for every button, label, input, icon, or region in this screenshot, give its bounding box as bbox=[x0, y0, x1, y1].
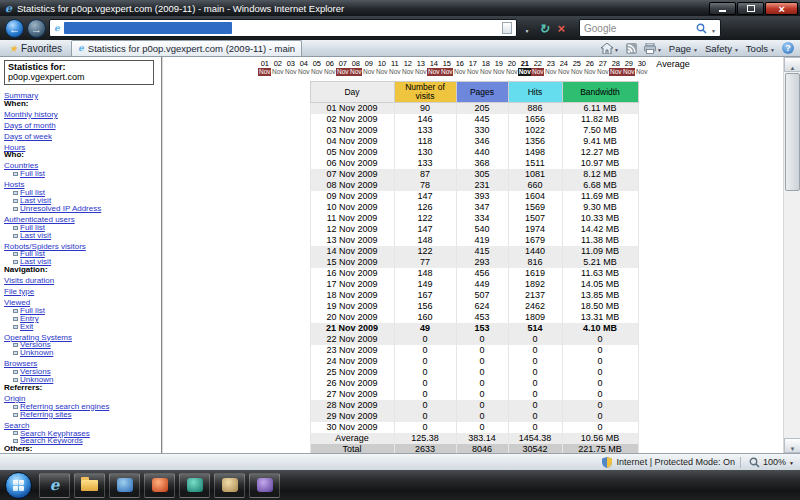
list-bullet-icon bbox=[13, 325, 18, 329]
cell-hits: 1604 bbox=[508, 191, 562, 202]
compatibility-view-icon[interactable] bbox=[502, 22, 512, 34]
sidebar-link[interactable]: Unknown bbox=[4, 349, 159, 357]
home-button[interactable] bbox=[601, 43, 619, 54]
sidebar-link[interactable]: Last visit bbox=[4, 232, 159, 240]
cell-pages: 330 bbox=[456, 125, 508, 136]
taskbar-app-button-2[interactable] bbox=[144, 473, 175, 498]
cell-hits: 1511 bbox=[508, 158, 562, 169]
cell-visits: 77 bbox=[394, 257, 456, 268]
taskbar-ie-button[interactable] bbox=[39, 473, 70, 498]
average-row: Average125.38383.141454.3810.56 MB bbox=[310, 433, 638, 444]
command-bar: Page Safety Tools bbox=[601, 42, 796, 54]
calendar-day: 05Nov bbox=[310, 60, 323, 76]
cell-day: 18 Nov 2009 bbox=[310, 290, 394, 301]
calendar-day: 01Nov bbox=[258, 60, 271, 76]
close-button[interactable] bbox=[765, 2, 798, 15]
list-bullet-icon bbox=[13, 343, 18, 347]
stats-for-label: Statistics for: bbox=[8, 62, 150, 72]
taskbar-app-button-1[interactable] bbox=[109, 473, 140, 498]
sidebar-section-header: Navigation: bbox=[4, 266, 159, 274]
taskbar-app-button-3[interactable] bbox=[179, 473, 210, 498]
cell-bandwidth: 0 bbox=[562, 356, 638, 367]
address-bar[interactable] bbox=[49, 19, 517, 37]
minimize-button[interactable] bbox=[709, 2, 736, 15]
calendar-day: 03Nov bbox=[284, 60, 297, 76]
favorites-button[interactable]: Favorites bbox=[4, 41, 67, 56]
search-provider-dropdown-icon[interactable] bbox=[711, 19, 716, 37]
sidebar-link[interactable]: Search bbox=[4, 419, 159, 430]
tools-menu-button[interactable]: Tools bbox=[746, 43, 775, 54]
table-row: 18 Nov 2009167507213713.85 MB bbox=[310, 290, 638, 301]
ie-icon bbox=[50, 478, 60, 493]
cell-visits: 0 bbox=[394, 422, 456, 433]
cell-visits: 148 bbox=[394, 268, 456, 279]
back-button[interactable] bbox=[5, 19, 24, 38]
taskbar-app-button-4[interactable] bbox=[214, 473, 245, 498]
list-bullet-icon bbox=[13, 252, 18, 256]
sidebar-link[interactable]: File type bbox=[4, 285, 159, 296]
sidebar-link[interactable]: Visits duration bbox=[4, 274, 159, 285]
search-icon[interactable] bbox=[696, 23, 707, 34]
cell-bandwidth: 18.50 MB bbox=[562, 301, 638, 312]
list-bullet-icon bbox=[13, 234, 18, 238]
sidebar-link[interactable]: Referring sites bbox=[4, 411, 159, 419]
sidebar-link[interactable]: Days of week bbox=[4, 130, 159, 141]
refresh-button[interactable] bbox=[537, 19, 551, 37]
sidebar-link[interactable]: Unresolved IP Address bbox=[4, 205, 159, 213]
sidebar-link[interactable]: Days of month bbox=[4, 119, 159, 130]
rss-icon bbox=[626, 43, 637, 54]
cell-pages: 0 bbox=[456, 411, 508, 422]
table-row: 27 Nov 20090000 bbox=[310, 389, 638, 400]
scrollbar-thumb[interactable] bbox=[785, 73, 800, 191]
cell-bandwidth: 11.09 MB bbox=[562, 246, 638, 257]
cell-bandwidth: 11.69 MB bbox=[562, 191, 638, 202]
maximize-button[interactable] bbox=[737, 2, 764, 15]
search-box[interactable]: Google bbox=[579, 19, 721, 37]
sidebar-section-header: Who: bbox=[4, 151, 159, 159]
table-row: 21 Nov 2009491535144.10 MB bbox=[310, 323, 638, 334]
col-header-bandwidth: Bandwidth bbox=[562, 82, 638, 103]
cell-day: 30 Nov 2009 bbox=[310, 422, 394, 433]
taskbar-explorer-button[interactable] bbox=[74, 473, 105, 498]
sidebar-link[interactable]: Exit bbox=[4, 323, 159, 331]
cell-hits: 1569 bbox=[508, 202, 562, 213]
help-button[interactable] bbox=[782, 42, 794, 54]
chevron-down-icon bbox=[525, 19, 530, 37]
stats-for-box: Statistics for: p0op.vgexpert.com bbox=[4, 60, 154, 85]
table-row: 13 Nov 2009148419167911.38 MB bbox=[310, 235, 638, 246]
safety-menu-button[interactable]: Safety bbox=[705, 43, 739, 54]
scroll-up-button[interactable] bbox=[784, 57, 800, 72]
feeds-button[interactable] bbox=[626, 43, 637, 54]
browser-tab[interactable]: Statistics for p0op.vgexpert.com (2009-1… bbox=[71, 40, 302, 56]
vertical-scrollbar[interactable] bbox=[783, 57, 800, 453]
sidebar-link[interactable]: Monthly history bbox=[4, 108, 159, 119]
list-bullet-icon bbox=[13, 351, 18, 355]
address-dropdown-button[interactable] bbox=[520, 19, 534, 37]
page-menu-button[interactable]: Page bbox=[669, 43, 698, 54]
table-row: 16 Nov 2009148456161911.63 MB bbox=[310, 268, 638, 279]
cell-visits: 87 bbox=[394, 169, 456, 180]
taskbar-app-button-5[interactable] bbox=[249, 473, 280, 498]
cell-bandwidth: 11.63 MB bbox=[562, 268, 638, 279]
cell-pages: 231 bbox=[456, 180, 508, 191]
zoom-control[interactable]: 100% bbox=[746, 457, 794, 468]
forward-button[interactable] bbox=[27, 19, 46, 38]
stop-button[interactable] bbox=[554, 19, 568, 37]
table-row: 09 Nov 2009147393160411.69 MB bbox=[310, 191, 638, 202]
list-bullet-icon bbox=[13, 172, 18, 176]
minimize-icon bbox=[719, 10, 726, 12]
sidebar-link[interactable]: Full list bbox=[4, 170, 159, 178]
list-bullet-icon bbox=[13, 260, 18, 264]
print-button[interactable] bbox=[644, 43, 662, 54]
table-row: 15 Nov 2009772938165.21 MB bbox=[310, 257, 638, 268]
start-button[interactable] bbox=[5, 472, 32, 499]
tab-favicon-icon bbox=[78, 44, 84, 53]
cell-bandwidth: 8.12 MB bbox=[562, 169, 638, 180]
cell-pages: 205 bbox=[456, 103, 508, 115]
cell-day: 06 Nov 2009 bbox=[310, 158, 394, 169]
sidebar-link[interactable]: Hours bbox=[4, 141, 159, 152]
scroll-down-button[interactable] bbox=[784, 438, 800, 453]
cell-pages: 0 bbox=[456, 378, 508, 389]
list-bullet-icon bbox=[13, 405, 18, 409]
cell-hits: 1809 bbox=[508, 312, 562, 323]
